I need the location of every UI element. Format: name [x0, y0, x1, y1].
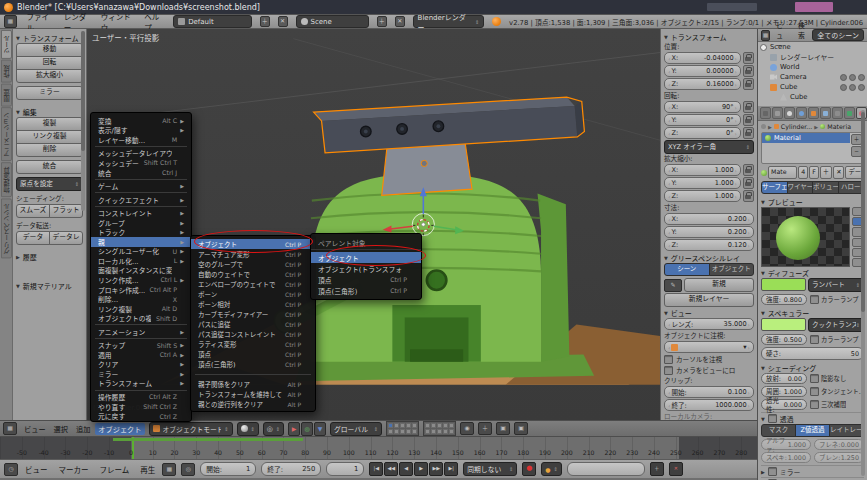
properties-tab[interactable]: [796, 107, 807, 119]
render-engine-selector[interactable]: Blenderレンダー ⇕: [413, 15, 485, 28]
menu-item[interactable]: グループ ▶: [91, 218, 191, 228]
location-field[interactable]: Z:0.16000: [664, 78, 741, 90]
outliner-menu-item[interactable]: 検索: [796, 20, 808, 50]
edit-section-header[interactable]: ▼ 編集: [16, 106, 83, 117]
menu-item[interactable]: シングルユーザー化 U ▶: [91, 247, 191, 257]
transparency-slider[interactable]: アルファ:1.000: [761, 439, 811, 450]
viewport-menu-item[interactable]: 選択: [51, 423, 71, 435]
lock-icon[interactable]: [743, 65, 754, 77]
popup-item[interactable]: 頂点(三角形) Ctrl P ▶: [311, 285, 421, 296]
menu-item[interactable]: ミラー ▶: [91, 369, 191, 379]
render-opengl-anim-button[interactable]: ▣: [514, 422, 528, 435]
submenu-item[interactable]: カーブモディファイアー Ctrl P ▶: [191, 309, 315, 319]
specular-header[interactable]: ▼ スペキュラー: [761, 307, 864, 318]
new-material-section-header[interactable]: ▼ 新規マテリアル: [16, 280, 83, 291]
playback-button[interactable]: |◀: [369, 462, 383, 476]
viewport-menu-item[interactable]: 追加: [73, 423, 93, 435]
menu-item[interactable]: レイヤー移動... M ▶: [91, 135, 191, 145]
submenu-item[interactable]: 空のグループで Ctrl P ▶: [191, 259, 315, 269]
snap-element-dropdown[interactable]: ＋: [478, 422, 492, 435]
scale-toggle[interactable]: ▼: [314, 422, 326, 436]
edit-button[interactable]: 削除: [16, 143, 83, 157]
menu-item[interactable]: プロキシ作成... Ctrl Alt P ▶: [91, 285, 191, 295]
lock-camera-checkbox[interactable]: [664, 366, 673, 375]
breadcrumb-material[interactable]: Materia: [827, 123, 851, 130]
transparency-checkbox[interactable]: [768, 414, 777, 423]
breadcrumb-object[interactable]: Cylinder...: [781, 123, 813, 130]
menu-item[interactable]: リンク作成... Ctrl L ▶: [91, 275, 191, 285]
lock-icon[interactable]: [743, 101, 754, 113]
submenu-item[interactable]: ▶: [191, 369, 315, 379]
outliner-row[interactable]: Cube: [768, 82, 867, 92]
toolshelf-scrollbar[interactable]: [81, 31, 85, 211]
scene-delete-button[interactable]: ✕: [395, 16, 405, 27]
scene-selector[interactable]: Scene: [296, 15, 369, 28]
shading-checkbox[interactable]: [810, 400, 819, 409]
active-keying-set-field[interactable]: [567, 462, 645, 476]
rotation-field[interactable]: X:90°: [664, 101, 741, 113]
editor-type-info-icon[interactable]: ▦: [4, 15, 17, 28]
menu-item[interactable]: トランスフォーム ▶: [91, 379, 191, 389]
grease-pencil-header[interactable]: ▼ グリースペンシルレイ: [664, 252, 754, 263]
transparency-tab[interactable]: レイトレース: [829, 424, 864, 437]
properties-tab[interactable]: [820, 107, 831, 119]
dimension-field[interactable]: X:0.200: [664, 213, 754, 225]
mirror-button[interactable]: ミラー: [16, 86, 83, 100]
keying-set-type-dropdown[interactable]: ● ⇕: [541, 462, 561, 476]
menu-item[interactable]: 操作履歴 Ctrl Alt Z ▶: [91, 392, 191, 402]
rotation-field[interactable]: Y:0°: [664, 114, 741, 126]
properties-scrollbar[interactable]: [861, 110, 865, 476]
set-origin-dropdown[interactable]: 原点を設定 ⇕: [16, 177, 83, 191]
transform-button[interactable]: 移動: [16, 43, 83, 57]
editor-type-timeline-icon[interactable]: ◷: [4, 463, 18, 476]
submenu-item[interactable]: 自動のウェイトで Ctrl P ▶: [191, 269, 315, 279]
shading-header[interactable]: ▼ シェーディング: [761, 362, 864, 373]
clip-end-field[interactable]: 終了:1000.000: [664, 399, 754, 411]
menu-item[interactable]: スナップ Shift S ▶: [91, 340, 191, 350]
restrict-toggles[interactable]: [840, 74, 865, 81]
lock-icon[interactable]: [743, 127, 754, 139]
display-filter-dropdown[interactable]: 全てのシーン: [812, 29, 864, 41]
transparency-slider[interactable]: フレネ:0.000: [814, 439, 864, 450]
sync-dropdown[interactable]: 同期しない ⇕: [463, 462, 517, 476]
user-count-button[interactable]: 4: [798, 166, 808, 179]
lock-icon[interactable]: [743, 114, 754, 126]
submenu-item[interactable]: パスに追従 Ctrl P ▶: [191, 319, 315, 329]
lock-cursor-checkbox[interactable]: [664, 355, 673, 364]
hardness-slider[interactable]: 硬さ:50: [761, 347, 864, 360]
gp-new-layer-button[interactable]: 新規レイヤー: [664, 293, 754, 307]
submenu-item[interactable]: トランスフォームを維持してクリア Alt P ▶: [191, 389, 315, 399]
shade-flat-button[interactable]: フラット: [49, 204, 83, 218]
viewport-menu-item[interactable]: ビュー: [21, 423, 49, 435]
submenu-item[interactable]: エンベロープのウェイトで Ctrl P ▶: [191, 279, 315, 289]
submenu-item[interactable]: ラティス変形 Ctrl P ▶: [191, 339, 315, 349]
submenu-item[interactable]: 頂点(三角形) Ctrl P ▶: [191, 359, 315, 369]
menu-item[interactable]: メッシュデータの転送 Shift Ctrl T ▶: [91, 158, 191, 168]
transfer-data-layout-button[interactable]: データレ: [49, 231, 83, 245]
lock-icon[interactable]: [743, 164, 754, 176]
dimension-field[interactable]: Y:0.200: [664, 226, 754, 238]
record-button[interactable]: ●: [522, 462, 536, 476]
properties-tab[interactable]: [832, 107, 843, 119]
gp-new-button[interactable]: 新規: [684, 278, 754, 292]
diffuse-intensity-slider[interactable]: 強度:0.800: [761, 294, 807, 305]
transform-button[interactable]: 拡大縮小: [16, 69, 83, 83]
menu-item[interactable]: ローカル化... L ▶: [91, 256, 191, 266]
history-section-header[interactable]: ▶ 履歴: [16, 251, 83, 262]
pivot-dropdown[interactable]: ◎ ⇕: [263, 422, 284, 436]
menu-item[interactable]: 面複製インスタンスに変換 ▶: [91, 266, 191, 276]
translate-toggle[interactable]: ▶: [288, 422, 300, 436]
properties-tab[interactable]: [760, 107, 771, 119]
specular-color-swatch[interactable]: [761, 318, 806, 331]
mirror-header[interactable]: ▶ ミラー: [761, 465, 864, 477]
edit-button[interactable]: 複製: [16, 117, 83, 131]
lock-object-picker[interactable]: ▾: [664, 341, 754, 353]
shading-checkbox[interactable]: [810, 387, 819, 396]
transform-section-header[interactable]: ▼ トランスフォーム: [16, 32, 83, 43]
scale-field[interactable]: Y:1.000: [664, 177, 741, 189]
outliner-row[interactable]: World: [768, 62, 867, 72]
diffuse-header[interactable]: ▼ ディフューズ: [761, 267, 864, 278]
menu-item[interactable]: やり直す Shift Ctrl Z ▶: [91, 402, 191, 412]
restrict-toggles[interactable]: [840, 84, 865, 91]
diffuse-ramp-checkbox[interactable]: [810, 295, 819, 304]
